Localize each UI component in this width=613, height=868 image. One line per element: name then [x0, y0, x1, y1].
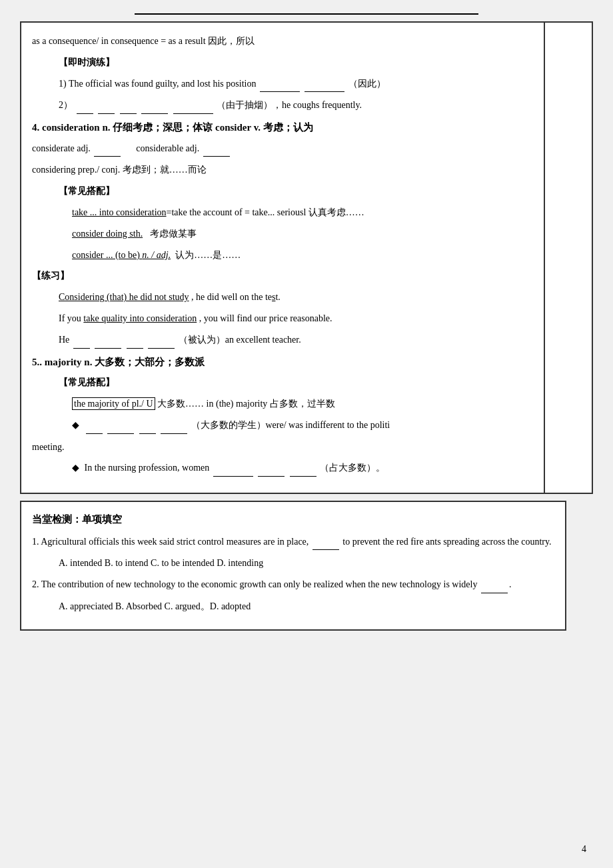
main-content-box: as a consequence/ in consequence = as a …: [20, 21, 545, 494]
colloc-2: consider doing sth. 考虑做某事: [32, 226, 530, 242]
blank-maj2c: [290, 460, 316, 477]
majority-bullet1-cont: meeting.: [32, 439, 530, 455]
content-wrapper: as a consequence/ in consequence = as a …: [20, 21, 593, 494]
blank-considerable: [203, 141, 230, 157]
blank-considerate: [94, 141, 121, 157]
majority-bullet-1: ◆ （大多数的学生）were/ was indifferent to the p…: [32, 417, 530, 434]
collocation-header: 【常见搭配】: [32, 183, 530, 199]
blank-maj1d: [161, 417, 187, 434]
blank-p3d: [148, 332, 175, 349]
q2-text: 2. The contribution of new technology to…: [32, 577, 554, 593]
blank-2c: [120, 97, 137, 114]
practice-header: 【即时演练】: [32, 55, 530, 71]
exercise-p2: If you take quality into consideration ,…: [32, 311, 530, 327]
majority-colloc-1: the majority of pl./ U 大多数…… in (the) ma…: [32, 396, 530, 412]
top-divider: [135, 13, 478, 15]
exercise-1: 1) The official was found guilty, and lo…: [32, 76, 530, 93]
colloc-3: consider ... (to be) n. / adj. 认为……是……: [32, 247, 530, 263]
blank-1b: [305, 76, 344, 93]
item4-adj-line: considerate adj. considerable adj.: [32, 141, 530, 157]
q2-options: A. appreciated B. Absorbed C. argued。D. …: [32, 599, 554, 615]
q1-options: A. intended B. to intend C. to be intend…: [32, 555, 554, 571]
blank-maj1b: [107, 417, 134, 434]
bottom-section: 当堂检测：单项填空 1. Agricultural officials this…: [20, 501, 566, 631]
consequence-line: as a consequence/ in consequence = as a …: [32, 33, 530, 49]
majority-bullet-2: ◆ In the nursing profession, women （占大多数…: [32, 460, 530, 477]
blank-maj1c: [139, 417, 156, 434]
blank-q1: [312, 534, 339, 551]
item4-considering-line: considering prep./ conj. 考虑到；就……而论: [32, 162, 530, 178]
item5-header: 5.. majority n. 大多数；大部分；多数派: [32, 354, 530, 371]
bottom-header: 当堂检测：单项填空: [32, 511, 554, 529]
exercise-2: 2） （由于抽烟），he coughs frequently.: [32, 97, 530, 114]
blank-2b: [98, 97, 115, 114]
colloc-header-2: 【常见搭配】: [32, 375, 530, 391]
item4-header: 4. consideration n. 仔细考虑；深思；体谅 consider …: [32, 119, 530, 137]
blank-maj2b: [258, 460, 285, 477]
blank-2e: [173, 97, 213, 114]
colloc-1: take ... into consideration=take the acc…: [32, 205, 530, 221]
blank-p3b: [95, 332, 121, 349]
blank-1a: [260, 76, 300, 93]
blank-2a: [77, 97, 93, 114]
exercise-p1: Considering (that) he did not study , he…: [32, 289, 530, 305]
blank-p3c: [127, 332, 143, 349]
exercise-p3: He （被认为）an excellent teacher.: [32, 332, 530, 349]
practice-header-2: 【练习】: [32, 268, 530, 284]
page-number: 4: [582, 844, 586, 855]
page-container: as a consequence/ in consequence = as a …: [0, 0, 613, 868]
blank-2d: [141, 97, 168, 114]
blank-p3a: [73, 332, 90, 349]
blank-maj2a: [213, 460, 253, 477]
blank-q2: [481, 577, 508, 593]
blank-maj1a: [86, 417, 103, 434]
side-box: [545, 21, 593, 494]
q1-text: 1. Agricultural officials this week said…: [32, 534, 554, 551]
